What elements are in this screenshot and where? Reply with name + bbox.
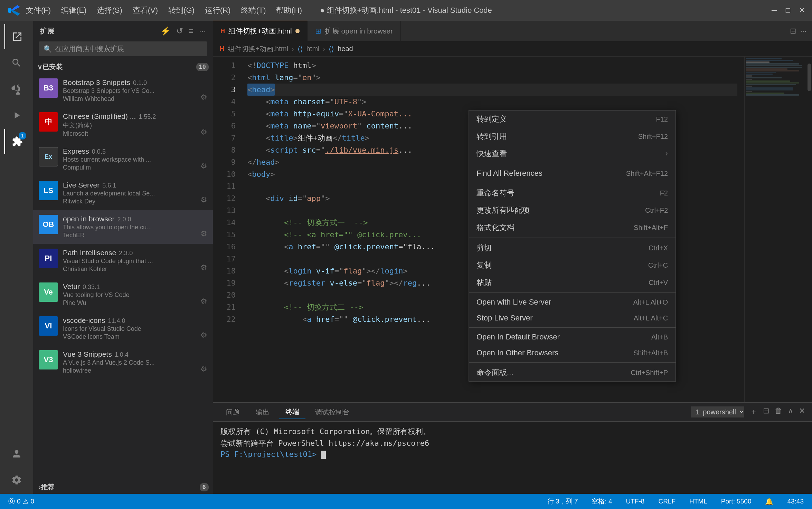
minimize-button[interactable]: ─	[772, 6, 777, 15]
extension-item-8[interactable]: V3 Vue 3 Snippets 1.0.4 A Vue.js 3 And V…	[33, 345, 213, 379]
terminal-tab-terminal[interactable]: 终端	[279, 405, 305, 419]
menu-help[interactable]: 帮助(H)	[276, 5, 302, 16]
tab-active[interactable]: H 组件切换+动画.html	[213, 21, 308, 41]
menu-edit[interactable]: 编辑(E)	[61, 5, 86, 16]
activity-item-source-control[interactable]	[4, 77, 29, 102]
more-actions-icon[interactable]: ···	[800, 27, 806, 36]
split-terminal-icon[interactable]: ⊟	[763, 406, 769, 417]
status-spaces[interactable]: 空格: 4	[589, 497, 615, 506]
activity-item-account[interactable]	[4, 441, 29, 466]
menu-goto[interactable]: 转到(G)	[168, 5, 195, 16]
activity-item-run[interactable]	[4, 103, 29, 128]
ext-gear-7[interactable]: ⚙	[200, 331, 207, 340]
delete-terminal-icon[interactable]: 🗑	[775, 406, 782, 417]
ctx-find-all-refs[interactable]: Find All References Shift+Alt+F12	[469, 165, 676, 181]
extension-item-5[interactable]: PI Path Intellisense 2.3.0 Visual Studio…	[33, 244, 213, 278]
terminal-tab-problems[interactable]: 问题	[220, 405, 246, 419]
ext-gear-4[interactable]: ⚙	[200, 229, 207, 238]
ctx-copy[interactable]: 复制 Ctrl+C	[469, 257, 676, 274]
breadcrumb-file[interactable]: 组件切换+动画.html	[228, 44, 288, 54]
ctx-command-palette[interactable]: 命令面板... Ctrl+Shift+P	[469, 364, 676, 381]
sidebar-action-refresh[interactable]: ↺	[176, 26, 183, 36]
menu-file[interactable]: 文件(F)	[26, 5, 51, 16]
terminal-tab-output[interactable]: 输出	[249, 405, 276, 419]
add-terminal-icon[interactable]: ＋	[750, 406, 757, 417]
installed-count-badge: 10	[196, 63, 209, 71]
extension-item-2[interactable]: Ex Express 0.0.5 Hosts current workspace…	[33, 142, 213, 176]
status-line-ending[interactable]: CRLF	[655, 498, 678, 505]
ext-gear-0[interactable]: ⚙	[200, 93, 207, 102]
search-placeholder: 在应用商店中搜索扩展	[55, 44, 124, 54]
ctx-stop-live-server[interactable]: Stop Live Server Alt+L Alt+C	[469, 310, 676, 326]
sidebar-actions[interactable]: ⚡ ↺ ≡ ···	[160, 26, 206, 36]
ext-info-5: Path Intellisense 2.3.0 Visual Studio Co…	[63, 249, 207, 273]
status-encoding[interactable]: UTF-8	[623, 498, 648, 505]
extension-item-3[interactable]: LS Live Server 5.6.1 Launch a developmen…	[33, 176, 213, 210]
scrollbar-thumb[interactable]	[808, 64, 811, 91]
tab-actions[interactable]: ⊟ ···	[784, 27, 812, 36]
activity-item-settings[interactable]	[4, 468, 29, 492]
window-controls[interactable]: ─ □ ✕	[772, 6, 805, 15]
ctx-paste[interactable]: 粘贴 Ctrl+V	[469, 274, 676, 291]
ctx-goto-reference[interactable]: 转到引用 Shift+F12	[469, 128, 676, 145]
ext-gear-5[interactable]: ⚙	[200, 263, 207, 272]
vscode-logo	[7, 3, 21, 17]
recommend-section-header[interactable]: › 推荐 6	[33, 481, 213, 494]
breadcrumb-html[interactable]: html	[306, 45, 320, 53]
shell-dropdown[interactable]: 1: powershell	[691, 406, 744, 417]
activity-item-search[interactable]	[4, 50, 29, 75]
status-errors[interactable]: ⓪ 0 ⚠ 0	[6, 497, 37, 506]
status-port[interactable]: Port: 5500	[718, 498, 754, 505]
ctx-rename[interactable]: 重命名符号 F2	[469, 184, 676, 202]
status-left: ⓪ 0 ⚠ 0	[6, 497, 37, 506]
split-editor-icon[interactable]: ⊟	[790, 27, 796, 36]
ctx-format[interactable]: 格式化文档 Shift+Alt+F	[469, 219, 676, 236]
status-notifications[interactable]: 🔔	[762, 498, 776, 506]
terminal-tab-debug[interactable]: 调试控制台	[309, 405, 356, 419]
extension-item-0[interactable]: B3 Bootstrap 3 Snippets 0.1.0 Bootstrap …	[33, 74, 213, 107]
terminal-cursor	[321, 451, 326, 459]
breadcrumb-head[interactable]: head	[338, 45, 353, 53]
terminal-actions[interactable]: 1: powershell ＋ ⊟ 🗑 ∧ ✕	[691, 406, 805, 417]
ext-author-6: Pine Wu	[63, 299, 207, 307]
ext-gear-8[interactable]: ⚙	[200, 365, 207, 374]
ctx-change-all[interactable]: 更改所有匹配项 Ctrl+F2	[469, 202, 676, 219]
sidebar-action-menu[interactable]: ···	[199, 26, 206, 36]
activity-item-extensions[interactable]: 1	[4, 129, 29, 154]
extension-item-6[interactable]: Ve Vetur 0.33.1 Vue tooling for VS Code …	[33, 278, 213, 311]
ext-gear-3[interactable]: ⚙	[200, 195, 207, 204]
ext-gear-1[interactable]: ⚙	[200, 128, 207, 137]
close-button[interactable]: ✕	[799, 6, 805, 15]
menu-terminal[interactable]: 终端(T)	[241, 5, 266, 16]
ext-gear-2[interactable]: ⚙	[200, 162, 207, 171]
tab-second[interactable]: ⊞ 扩展 open in browser	[308, 21, 401, 41]
menu-select[interactable]: 选择(S)	[97, 5, 122, 16]
menu-run[interactable]: 运行(R)	[205, 5, 231, 16]
extension-search-box[interactable]: 🔍 在应用商店中搜索扩展	[39, 41, 207, 56]
minimap	[744, 57, 806, 402]
terminal-close-icon[interactable]: ✕	[799, 406, 805, 417]
ctx-cut[interactable]: 剪切 Ctrl+X	[469, 239, 676, 257]
ctx-open-other-browsers[interactable]: Open In Other Browsers Shift+Alt+B	[469, 345, 676, 361]
editor-scrollbar[interactable]	[806, 57, 812, 402]
ctx-quick-look[interactable]: 快速查看 ›	[469, 145, 676, 162]
ctx-goto-definition[interactable]: 转到定义 F12	[469, 111, 676, 128]
installed-section-header[interactable]: ∨ 已安装 10	[33, 60, 213, 74]
ctx-open-live-server[interactable]: Open with Live Server Alt+L Alt+O	[469, 294, 676, 310]
sidebar-action-filter[interactable]: ⚡	[160, 26, 171, 36]
sidebar-action-more[interactable]: ≡	[189, 26, 193, 36]
active-tab-label: 组件切换+动画.html	[228, 26, 292, 36]
minimap-line	[746, 93, 784, 94]
menu-bar[interactable]: 文件(F) 编辑(E) 选择(S) 查看(V) 转到(G) 运行(R) 终端(T…	[26, 5, 302, 16]
extension-item-4[interactable]: OB open in browser 2.0.0 This allows you…	[33, 210, 213, 244]
status-language[interactable]: HTML	[687, 498, 710, 505]
ctx-open-default-browser[interactable]: Open In Default Browser Alt+B	[469, 329, 676, 345]
terminal-up-icon[interactable]: ∧	[788, 406, 793, 417]
status-line-col[interactable]: 行 3，列 7	[545, 497, 581, 506]
maximize-button[interactable]: □	[786, 6, 790, 15]
activity-item-explorer[interactable]	[4, 24, 29, 49]
ext-gear-6[interactable]: ⚙	[200, 297, 207, 306]
extension-item-7[interactable]: VI vscode-icons 11.4.0 Icons for Visual …	[33, 311, 213, 345]
extension-item-1[interactable]: 中 Chinese (Simplified) ... 1.55.2 中文(简体)…	[33, 107, 213, 142]
menu-view[interactable]: 查看(V)	[133, 5, 158, 16]
